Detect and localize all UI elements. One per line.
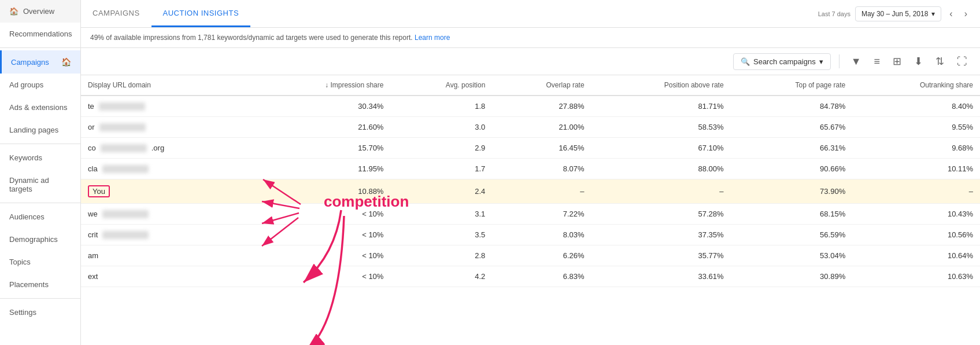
tab-campaigns[interactable]: CAMPAIGNS [81,0,151,27]
cell-avg-position: 3.0 [390,117,492,138]
domain-cell: cla [81,159,253,179]
table-body: te30.34%1.827.88%81.71%84.78%8.40%or21.6… [81,96,980,287]
sidebar-item-settings[interactable]: Settings [0,301,80,324]
col-header-domain: Display URL domain [81,75,253,96]
topbar: CAMPAIGNS AUCTION INSIGHTS Last 7 days M… [81,0,980,28]
sidebar-item-topics[interactable]: Topics [0,251,80,273]
cell-top-of-page-rate: 66.31% [731,138,853,159]
sidebar-item-label: Audiences [9,212,45,221]
sidebar-item-dynamic-ad-targets[interactable]: Dynamic ad targets [0,169,80,200]
sidebar-item-label: Dynamic ad targets [9,176,71,193]
sidebar-item-overview[interactable]: 🏠 Overview [0,0,80,23]
domain-cell: or [81,117,253,138]
col-header-outranking: Outranking share [852,75,980,96]
toolbar-separator [839,54,840,68]
search-icon: 🔍 [741,57,750,66]
cell-outranking-share: – [852,179,980,204]
cell-top-of-page-rate: 68.15% [731,204,853,225]
filter-button[interactable]: ▼ [848,53,865,70]
domain-blurred [101,144,147,152]
cell-outranking-share: 10.11% [852,159,980,179]
cell-avg-position: 2.8 [390,245,492,266]
domain-prefix: we [88,210,98,218]
cell-outranking-share: 10.43% [852,204,980,225]
table-row: we< 10%3.17.22%57.28%68.15%10.43% [81,204,980,225]
sidebar-item-landing-pages[interactable]: Landing pages [0,119,80,141]
tab-auction-insights[interactable]: AUCTION INSIGHTS [151,0,251,27]
sidebar-item-label: Recommendations [9,30,72,38]
columns-button[interactable]: ≡ [870,53,883,70]
domain-blurred [99,102,145,111]
cell-outranking-share: 8.40% [852,96,980,117]
table-header-row: Display URL domain ↓ Impression share Av… [81,75,980,96]
tabs: CAMPAIGNS AUCTION INSIGHTS [81,0,250,27]
cell-overlap-rate: 7.22% [492,204,591,225]
domain-blurred [102,165,149,173]
domain-cell: we [81,204,253,225]
cell-impression-share: 10.88% [253,179,390,204]
sidebar-item-ads-extensions[interactable]: Ads & extensions [0,96,80,119]
info-bar: 49% of available impressions from 1,781 … [81,28,980,48]
search-campaigns-label: Search campaigns [753,57,816,66]
table-row: co.org15.70%2.916.45%67.10%66.31%9.68% [81,138,980,159]
sidebar-item-label: Ads & extensions [9,103,67,112]
domain-suffix: .org [151,144,164,152]
col-header-overlap-rate: Overlap rate [492,75,591,96]
domain-prefix: ext [88,272,98,281]
search-campaigns-button[interactable]: 🔍 Search campaigns ▾ [733,53,831,70]
segments-button[interactable]: ⊞ [889,53,905,70]
prev-period-button[interactable]: ‹ [946,6,956,21]
next-period-button[interactable]: › [961,6,971,21]
cell-top-of-page-rate: 30.89% [731,266,853,287]
sidebar-item-label: Placements [9,280,49,289]
download-icon: ⬇ [914,55,923,68]
table-container: Display URL domain ↓ Impression share Av… [81,75,980,287]
sidebar-item-audiences[interactable]: Audiences [0,205,80,228]
sidebar-item-placements[interactable]: Placements [0,273,80,296]
sidebar-item-demographics[interactable]: Demographics [0,228,80,251]
cell-outranking-share: 10.56% [852,225,980,245]
sidebar: 🏠 Overview Recommendations Campaigns 🏠 A… [0,0,81,345]
sidebar-item-keywords[interactable]: Keywords [0,146,80,169]
date-range-button[interactable]: May 30 – Jun 5, 2018 ▾ [855,6,941,21]
cell-overlap-rate: 8.07% [492,159,591,179]
cell-top-of-page-rate: 53.04% [731,245,853,266]
cell-avg-position: 3.5 [390,225,492,245]
cell-impression-share: 21.60% [253,117,390,138]
domain-prefix: co [88,144,96,152]
sidebar-divider [0,47,80,48]
cell-impression-share: < 10% [253,245,390,266]
domain-prefix: or [88,123,95,131]
cell-avg-position: 1.8 [390,96,492,117]
domain-cell: te [81,96,253,117]
sidebar-item-campaigns[interactable]: Campaigns 🏠 [0,50,80,74]
cell-position-above-rate: – [591,179,731,204]
sidebar-item-ad-groups[interactable]: Ad groups [0,74,80,96]
table-row: am< 10%2.86.26%35.77%53.04%10.64% [81,245,980,266]
cell-avg-position: 3.1 [390,204,492,225]
sidebar-item-label: Campaigns [11,58,49,67]
sidebar-item-recommendations[interactable]: Recommendations [0,23,80,45]
learn-more-link[interactable]: Learn more [415,34,450,42]
segments-icon: ⊞ [893,55,901,68]
cell-position-above-rate: 37.35% [591,225,731,245]
expand-button[interactable]: ⇅ [932,53,948,70]
sidebar-item-label: Keywords [9,153,42,162]
domain-cell: co.org [81,138,253,159]
table-row: te30.34%1.827.88%81.71%84.78%8.40% [81,96,980,117]
cell-outranking-share: 10.64% [852,245,980,266]
domain-prefix: te [88,102,94,111]
main-content: CAMPAIGNS AUCTION INSIGHTS Last 7 days M… [81,0,980,345]
date-label: Last 7 days [818,10,850,17]
sidebar-divider-4 [0,298,80,299]
sidebar-item-label: Ad groups [9,80,43,89]
fullscreen-icon: ⛶ [957,56,967,68]
download-button[interactable]: ⬇ [911,53,926,70]
col-header-impression-share[interactable]: ↓ Impression share [253,75,390,96]
cell-impression-share: 11.95% [253,159,390,179]
you-badge: You [88,185,110,197]
top-right-controls: Last 7 days May 30 – Jun 5, 2018 ▾ ‹ › [818,6,980,21]
cell-overlap-rate: 6.26% [492,245,591,266]
fullscreen-button[interactable]: ⛶ [953,53,971,70]
cell-position-above-rate: 33.61% [591,266,731,287]
